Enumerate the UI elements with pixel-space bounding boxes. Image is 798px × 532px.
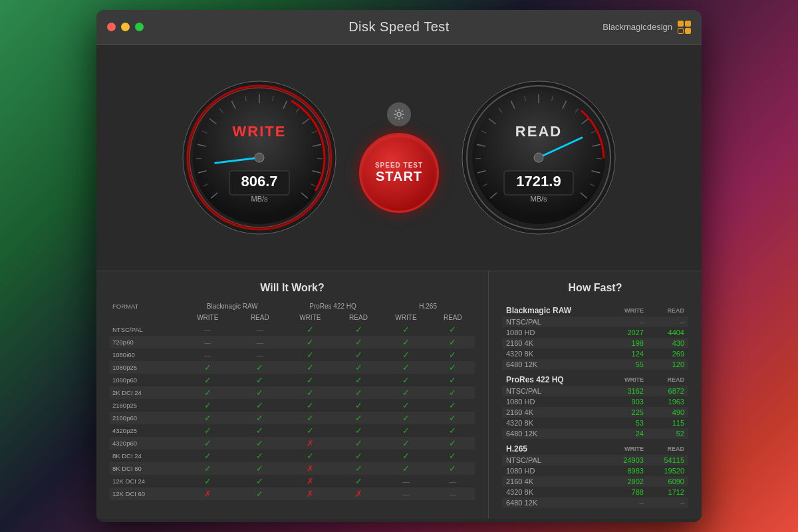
how-fast-row: 4320 8K124269 <box>502 348 688 359</box>
read-value: 19520 <box>648 466 688 476</box>
check-icon: ✓ <box>204 375 211 385</box>
write-value: 2802 <box>607 476 648 487</box>
read-value: 6090 <box>648 476 688 487</box>
check-icon: ✓ <box>355 400 362 410</box>
how-fast-row: 4320 8K53115 <box>502 418 688 428</box>
check-icon: ✓ <box>402 350 410 360</box>
col-prores-write: WRITE <box>285 312 336 323</box>
how-fast-row: NTSC/PAL31626872 <box>502 386 688 396</box>
gauge-area: WRITE 806.7 MB/s <box>96 45 702 271</box>
check-icon: ✓ <box>449 350 456 360</box>
group-read-label: READ <box>648 370 688 386</box>
resolution-label: 4320 8K <box>502 418 607 428</box>
check-icon: ✓ <box>449 325 456 334</box>
table-row: 4320p60✓✓✗✓✓✓ <box>110 437 475 450</box>
resolution-label: 6480 12K <box>502 359 607 370</box>
cross-icon: ✗ <box>307 489 314 499</box>
read-value: – <box>648 497 688 508</box>
close-button[interactable] <box>107 23 116 31</box>
logo-dot-1 <box>678 21 684 27</box>
how-fast-header: How Fast? <box>502 282 688 294</box>
how-fast-row: 6480 12K–– <box>502 497 688 508</box>
check-icon: ✓ <box>355 438 362 448</box>
check-icon: ✓ <box>256 426 263 436</box>
check-icon: ✓ <box>256 489 263 499</box>
how-fast-row: 1080 HD9031963 <box>502 396 688 407</box>
how-fast-row: 2160 4K198430 <box>502 338 688 348</box>
dash-icon: — <box>257 338 264 346</box>
how-fast-row: 6480 12K55120 <box>502 359 688 370</box>
read-value: 490 <box>648 407 688 418</box>
dash-icon: — <box>204 338 211 346</box>
table-row: 4320p25✓✓✓✓✓✓ <box>110 424 475 437</box>
table-row: 2160p25✓✓✓✓✓✓ <box>110 399 475 412</box>
read-value: 54115 <box>648 455 688 466</box>
check-icon: ✓ <box>307 325 314 334</box>
format-label: 720p60 <box>110 336 180 348</box>
resolution-label: 1080 HD <box>502 327 607 338</box>
read-value: 120 <box>648 359 688 370</box>
dash-icon: — <box>450 477 457 485</box>
how-fast-row: 6480 12K2452 <box>502 428 688 439</box>
check-icon: ✓ <box>355 375 362 385</box>
cross-icon: ✗ <box>307 464 314 473</box>
check-icon: ✓ <box>402 438 410 448</box>
svg-text:806.7: 806.7 <box>241 173 277 190</box>
write-value: 8983 <box>607 466 648 476</box>
read-value: 6872 <box>648 386 688 396</box>
logo-area: Blackmagicdesign <box>602 21 691 34</box>
logo-dot-4 <box>685 28 691 34</box>
check-icon: ✓ <box>402 388 410 398</box>
read-value: 115 <box>648 418 688 428</box>
write-value: – <box>607 497 648 508</box>
check-icon: ✓ <box>204 426 211 436</box>
format-label: 12K DCI 24 <box>110 475 180 487</box>
write-value: 3162 <box>607 386 648 396</box>
read-value: 1963 <box>648 396 688 407</box>
titlebar: Disk Speed Test Blackmagicdesign <box>96 10 702 45</box>
group-name: ProRes 422 HQ <box>502 370 607 386</box>
write-value: – <box>607 317 648 327</box>
check-icon: ✓ <box>449 337 456 347</box>
resolution-label: 2160 4K <box>502 338 607 348</box>
check-icon: ✓ <box>256 451 263 461</box>
format-label: 2K DCI 24 <box>110 386 180 399</box>
will-it-work-header: Will It Work? <box>110 282 475 294</box>
how-fast-row: NTSC/PAL2490354115 <box>502 455 688 466</box>
svg-text:1721.9: 1721.9 <box>516 173 561 190</box>
check-icon: ✓ <box>449 400 456 410</box>
table-row: NTSC/PAL——✓✓✓✓ <box>110 323 475 336</box>
how-fast-row: NTSC/PAL–– <box>502 317 688 327</box>
col-h265-read: READ <box>431 312 475 323</box>
how-fast-section: How Fast? Blackmagic RAWWRITEREADNTSC/PA… <box>489 271 702 519</box>
cross-icon: ✗ <box>307 438 314 448</box>
table-row: 8K DCI 24✓✓✓✓✓✓ <box>110 450 475 462</box>
how-fast-row: 2160 4K28026090 <box>502 476 688 487</box>
group-read-label: READ <box>648 439 688 455</box>
col-format: FORMAT <box>110 301 180 312</box>
check-icon: ✓ <box>355 451 362 461</box>
svg-point-27 <box>255 153 264 162</box>
group-write-label: WRITE <box>607 370 648 386</box>
dash-icon: — <box>450 490 457 498</box>
table-row: 2K DCI 24✓✓✓✓✓✓ <box>110 386 475 399</box>
check-icon: ✓ <box>355 325 362 334</box>
resolution-label: NTSC/PAL <box>502 386 607 396</box>
table-row: 1080i60——✓✓✓✓ <box>110 348 475 361</box>
write-gauge-svg: WRITE 806.7 MB/s <box>180 78 339 237</box>
settings-button[interactable] <box>387 102 411 126</box>
read-value: 269 <box>648 348 688 359</box>
check-icon: ✓ <box>307 337 314 347</box>
check-icon: ✓ <box>204 413 211 423</box>
maximize-button[interactable] <box>135 23 144 31</box>
start-button[interactable]: SPEED TEST START <box>359 133 439 213</box>
group-header-row: Blackmagic RAWWRITEREAD <box>502 301 688 317</box>
write-value: 198 <box>607 338 648 348</box>
minimize-button[interactable] <box>121 23 130 31</box>
write-value: 24903 <box>607 455 648 466</box>
check-icon: ✓ <box>204 438 211 448</box>
check-icon: ✓ <box>402 337 410 347</box>
svg-line-38 <box>402 110 403 112</box>
format-label: 12K DCI 60 <box>110 487 180 500</box>
table-row: 8K DCI 60✓✓✗✓✓✓ <box>110 462 475 475</box>
